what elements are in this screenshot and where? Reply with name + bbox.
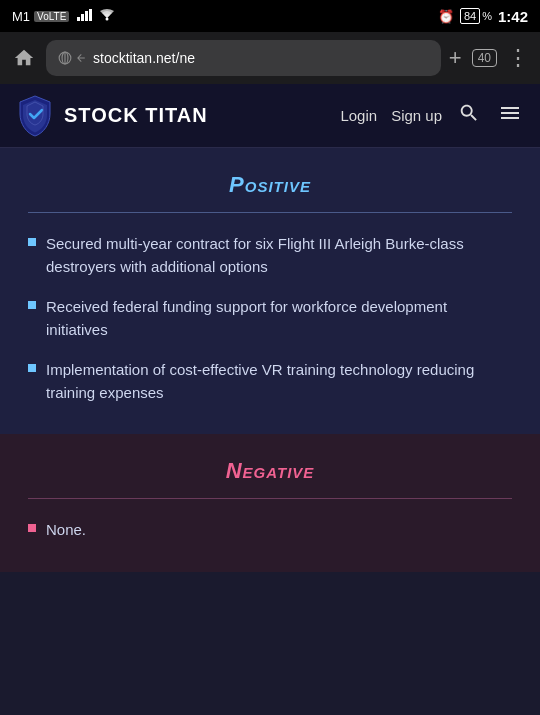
status-left: M1 VoLTE [12, 9, 115, 24]
url-text: stocktitan.net/ne [93, 50, 195, 66]
bullet-square-icon-1 [28, 238, 36, 246]
svg-rect-3 [89, 9, 92, 21]
negative-divider [28, 498, 512, 499]
negative-bullet-1: None. [28, 519, 512, 542]
more-menu-button[interactable]: ⋮ [507, 45, 530, 71]
browser-bar: stocktitan.net/ne + 40 ⋮ [0, 32, 540, 84]
positive-bullet-1: Secured multi-year contract for six Flig… [28, 233, 512, 278]
wifi-icon [99, 9, 115, 24]
positive-bullet-text-1: Secured multi-year contract for six Flig… [46, 233, 512, 278]
positive-bullet-2: Received federal funding support for wor… [28, 296, 512, 341]
svg-rect-1 [81, 14, 84, 21]
status-right: ⏰ 84 % 1:42 [438, 8, 528, 25]
bullet-square-icon-2 [28, 301, 36, 309]
volte-badge: VoLTE [34, 11, 69, 22]
url-security-icon [58, 51, 87, 65]
logo-text: STOCK TITAN [64, 104, 208, 127]
search-button[interactable] [456, 100, 482, 131]
tab-count-badge[interactable]: 40 [472, 49, 497, 67]
svg-rect-0 [77, 17, 80, 21]
signal-icon [77, 9, 93, 24]
negative-section: Negative None. [0, 434, 540, 572]
positive-divider [28, 212, 512, 213]
time-label: 1:42 [498, 8, 528, 25]
url-bar[interactable]: stocktitan.net/ne [46, 40, 441, 76]
add-tab-button[interactable]: + [449, 45, 462, 71]
menu-button[interactable] [496, 99, 524, 132]
positive-bullet-3: Implementation of cost-effective VR trai… [28, 359, 512, 404]
svg-point-4 [106, 17, 109, 20]
status-bar: M1 VoLTE ⏰ 84 % 1:42 [0, 0, 540, 32]
battery-level: 84 [460, 8, 480, 24]
bullet-square-negative-icon-1 [28, 524, 36, 532]
content-area: Positive Secured multi-year contract for… [0, 148, 540, 572]
nav-links: Login Sign up [340, 99, 524, 132]
carrier-label: M1 [12, 9, 30, 24]
signup-link[interactable]: Sign up [391, 107, 442, 124]
negative-bullet-list: None. [28, 519, 512, 542]
home-button[interactable] [10, 44, 38, 72]
login-link[interactable]: Login [340, 107, 377, 124]
negative-title: Negative [28, 458, 512, 484]
logo-icon [16, 94, 54, 138]
positive-section: Positive Secured multi-year contract for… [0, 148, 540, 434]
svg-rect-2 [85, 11, 88, 21]
browser-actions: + 40 ⋮ [449, 45, 530, 71]
alarm-icon: ⏰ [438, 9, 454, 24]
positive-bullet-list: Secured multi-year contract for six Flig… [28, 233, 512, 404]
battery-icon: 84 % [460, 8, 492, 24]
negative-bullet-text-1: None. [46, 519, 86, 542]
positive-title: Positive [28, 172, 512, 198]
positive-bullet-text-3: Implementation of cost-effective VR trai… [46, 359, 512, 404]
nav-bar: STOCK TITAN Login Sign up [0, 84, 540, 148]
positive-bullet-text-2: Received federal funding support for wor… [46, 296, 512, 341]
logo-container: STOCK TITAN [16, 94, 340, 138]
bullet-square-icon-3 [28, 364, 36, 372]
